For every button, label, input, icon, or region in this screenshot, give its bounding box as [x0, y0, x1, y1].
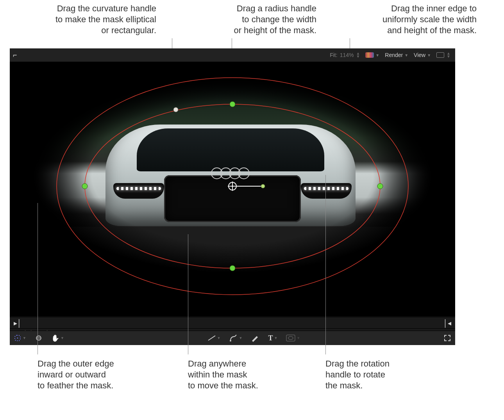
chevron-down-icon: ▼ — [427, 53, 431, 57]
rotation-handle[interactable] — [261, 184, 265, 188]
svg-line-7 — [208, 336, 215, 340]
chevron-down-icon: ▼ — [404, 53, 408, 57]
stepper-icon: ▲▼ — [447, 52, 450, 58]
fit-zoom-control[interactable]: Fit: 114% ▲▼ — [330, 52, 360, 58]
curvature-handle[interactable] — [173, 107, 178, 112]
brush-icon — [251, 334, 259, 342]
line-tool[interactable]: ▼ — [207, 334, 221, 342]
orbit-tool[interactable] — [35, 334, 43, 342]
shape-mask-overlay[interactable] — [20, 66, 445, 305]
play-range-end-icon[interactable]: │◂ — [443, 319, 451, 327]
orbit-icon — [35, 334, 43, 342]
canvas-footer: ▸│ │◂ Circle Mask ▼ — [10, 317, 455, 345]
radius-handle-top[interactable] — [230, 101, 235, 107]
radius-handle-right[interactable] — [377, 183, 383, 189]
canvas-top-bar: ⌐ Fit: 114% ▲▼ ▼ Render ▼ View ▼ ▲▼ — [10, 48, 455, 62]
chevron-down-icon: ▼ — [297, 336, 300, 340]
documentation-figure: Drag the curvature handle to make the ma… — [0, 0, 504, 420]
leader-outer-edge — [38, 203, 38, 354]
viewport-layout-menu[interactable]: ▲▼ — [436, 52, 450, 58]
play-range-start-icon[interactable]: ▸│ — [14, 319, 21, 327]
viewport-frame-icon — [436, 52, 444, 58]
pen-icon — [229, 334, 238, 342]
svg-rect-9 — [286, 335, 295, 341]
chevron-down-icon: ▼ — [239, 336, 243, 340]
fullscreen-toggle[interactable] — [443, 334, 451, 342]
line-icon — [207, 334, 216, 342]
svg-point-2 — [232, 185, 233, 187]
canvas-panel: ⌐ Fit: 114% ▲▼ ▼ Render ▼ View ▼ ▲▼ — [10, 48, 455, 345]
mask-icon — [286, 335, 295, 342]
svg-point-8 — [230, 340, 231, 342]
radius-handle-bottom[interactable] — [230, 265, 235, 271]
hand-icon: ✋ — [51, 334, 59, 342]
pan-tool[interactable]: ✋ ▼ — [51, 334, 64, 342]
callout-move: Drag anywhere within the mask to move th… — [188, 358, 258, 391]
shape-mask-tool[interactable]: ▼ — [14, 334, 26, 342]
chevron-down-icon: ▼ — [23, 336, 26, 340]
callout-curvature: Drag the curvature handle to make the ma… — [12, 3, 156, 36]
mini-timeline[interactable]: ▸│ │◂ — [10, 317, 455, 329]
chevron-down-icon: ▼ — [274, 336, 277, 340]
svg-point-6 — [36, 337, 41, 339]
chevron-down-icon: ▼ — [375, 53, 379, 57]
leader-move — [188, 234, 188, 354]
callout-outer-edge: Drag the outer edge inward or outward to… — [38, 358, 114, 391]
pen-tool[interactable]: ▼ — [229, 334, 243, 342]
callout-inner-edge: Drag the inner edge to uniformly scale t… — [332, 3, 477, 36]
chevron-down-icon: ▼ — [217, 336, 221, 340]
svg-point-10 — [288, 336, 293, 340]
render-menu[interactable]: Render ▼ — [385, 52, 408, 58]
color-channel-menu[interactable]: ▼ — [365, 52, 379, 58]
corner-marker-icon: ⌐ — [13, 51, 17, 59]
mask-tool[interactable]: ▼ — [286, 335, 300, 342]
canvas-viewport[interactable] — [10, 62, 455, 317]
view-menu[interactable]: View ▼ — [414, 52, 431, 58]
rgb-swatch-icon — [365, 52, 374, 58]
text-icon: T — [268, 334, 273, 342]
shape-mask-icon — [14, 334, 21, 342]
callout-radius: Drag a radius handle to change the width… — [172, 3, 316, 36]
expand-icon — [443, 334, 451, 342]
text-tool[interactable]: T ▼ — [268, 334, 277, 342]
chevron-down-icon: ▼ — [61, 336, 64, 340]
canvas[interactable] — [20, 66, 445, 305]
stepper-icon: ▲▼ — [356, 52, 360, 58]
radius-handle-left[interactable] — [82, 183, 88, 189]
brush-tool[interactable] — [251, 334, 259, 342]
svg-point-4 — [17, 338, 18, 339]
canvas-toolbar: ▼ ✋ ▼ ▼ — [10, 331, 455, 345]
callout-rotation: Drag the rotation handle to rotate the m… — [325, 358, 390, 391]
svg-point-5 — [36, 336, 41, 340]
leader-rotation — [325, 175, 326, 354]
